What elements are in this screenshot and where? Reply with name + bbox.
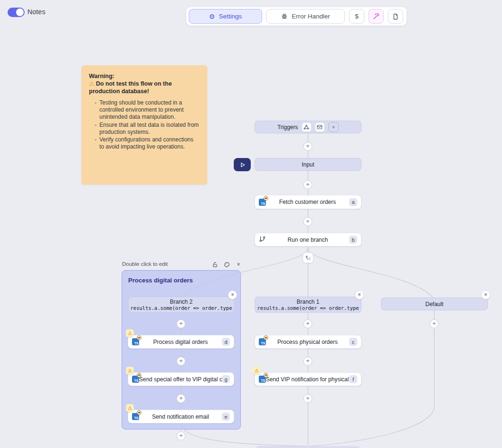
insert-step-button[interactable]: + [303,319,312,328]
step-node-a[interactable]: TS Fetch customer orders a [255,195,361,209]
run-flow-button[interactable] [234,158,251,171]
step-id-badge: e [222,413,230,421]
webhook-trigger-icon[interactable] [302,123,311,132]
email-trigger-icon[interactable] [315,123,325,132]
step-warning-icon: ⚠ [253,367,261,375]
step-node-e[interactable]: TS Send notification email e [128,410,234,423]
add-trigger-button[interactable]: + [328,122,339,132]
branch1-close-button[interactable]: × [355,290,364,299]
group-edit-hint: Double click to edit [122,261,168,267]
step-label: Send VIP notification for physical... [266,376,349,383]
document-icon [392,13,399,20]
insert-step-button[interactable]: + [303,180,312,189]
ai-wand-button[interactable] [369,9,384,24]
default-branch-node[interactable]: Default [381,298,488,310]
insert-step-button[interactable]: + [430,319,439,328]
bun-runtime-icon [137,373,141,378]
typescript-icon: TS [132,413,139,420]
step-label: Send special offer to VIP digital c... [139,376,222,383]
branch-group-box[interactable] [122,270,241,430]
insert-step-button[interactable]: + [176,431,185,440]
insert-step-button[interactable]: + [303,357,312,366]
toggle-knob [16,9,24,16]
note-title: Warning: [89,72,200,80]
palette-icon[interactable] [223,261,230,268]
step-id-badge: d [222,338,230,346]
group-close-icon[interactable]: × [235,261,242,268]
settings-button[interactable]: ⚙ Settings [189,9,262,24]
step-label: Process physical orders [266,339,349,345]
error-handler-button[interactable]: Error Handler [266,9,345,24]
insert-step-button[interactable]: + [303,394,312,403]
typescript-icon: TS [259,338,266,345]
step-warning-icon: ⚠ [126,329,134,337]
group-title: Process digital orders [128,277,193,284]
bun-runtime-icon [264,335,268,340]
flow-toolbar: ⚙ Settings Error Handler $ [186,7,407,26]
bug-icon [281,13,288,20]
step-id-badge: f [349,375,357,383]
insert-step-button[interactable]: + [303,142,312,151]
triggers-node[interactable]: Triggers + [255,121,361,133]
step-warning-icon: ⚠ [126,404,134,412]
branch1-node[interactable]: Branch 1 results.a.some(order => order.t… [255,297,361,313]
typescript-icon: TS [132,376,139,383]
input-node[interactable]: Input [255,158,361,171]
note-alert: ⚠ Do not test this flow on the productio… [89,80,200,95]
step-node-b[interactable]: Run one branch b [255,233,361,246]
step-label: Process digital orders [139,339,222,345]
branch2-condition: results.a.some(order => order.type [131,305,232,311]
cost-button[interactable]: $ [349,9,364,24]
step-id-badge: b [349,236,357,244]
warning-icon: ⚠ [89,80,94,87]
insert-step-button[interactable]: + [176,319,185,328]
branch1-condition: results.a.some(order => order.type [257,305,359,311]
sticky-note[interactable]: Warning: ⚠ Do not test this flow on the … [81,65,207,184]
note-bullet: -Testing should be conducted in a contro… [95,99,200,121]
magic-wand-icon [373,13,380,20]
bun-runtime-icon [137,410,141,415]
notes-toggle-label: Notes [27,8,45,16]
note-bullet: -Verify configurations and connections t… [95,136,200,150]
step-id-badge: g [222,375,230,383]
input-node-label: Input [302,161,315,168]
triggers-label: Triggers [277,124,298,131]
step-node-c[interactable]: TS Process physical orders c [255,335,361,349]
step-label: Run one branch [266,237,349,243]
step-warning-icon: ⚠ [126,367,134,375]
default-branch-label: Default [425,301,443,307]
note-bullet: -Ensure that all test data is isolated f… [95,122,200,136]
notes-toggle[interactable] [8,8,25,17]
typescript-icon: TS [259,199,266,206]
document-button[interactable] [388,9,403,24]
group-toolbar: × [211,261,242,268]
unlock-icon[interactable] [211,261,218,268]
step-node-g[interactable]: TS Send special offer to VIP digital c..… [128,372,234,386]
step-node-f[interactable]: TS Send VIP notification for physical...… [255,372,361,386]
insert-step-button[interactable]: + [176,394,185,403]
branch2-label: Branch 2 [170,299,193,305]
step-label: Send notification email [139,413,222,420]
settings-button-label: Settings [219,13,242,20]
bun-runtime-icon [264,373,268,378]
step-id-badge: c [349,338,357,346]
step-id-badge: a [349,198,357,206]
typescript-icon: TS [132,338,139,345]
flow-canvas[interactable]: Notes ⚙ Settings Error Handler $ War [0,0,502,448]
step-label: Fetch customer orders [266,199,349,205]
insert-step-button[interactable]: + [176,357,185,366]
gear-icon: ⚙ [209,13,215,20]
error-handler-button-label: Error Handler [291,13,330,20]
connector-wires [0,0,502,448]
branch-one-icon [259,236,266,244]
branch2-close-button[interactable]: × [228,290,237,299]
insert-step-button[interactable]: + [303,217,312,226]
step-node-d[interactable]: TS Process digital orders d [128,335,234,349]
merge-node-partial[interactable] [255,446,361,448]
branch2-node[interactable]: Branch 2 results.a.some(order => order.t… [128,297,234,313]
branch-split-icon[interactable] [303,253,313,263]
branch1-label: Branch 1 [297,299,319,305]
default-branch-close-button[interactable]: × [481,290,490,299]
dollar-icon: $ [355,13,359,20]
bun-runtime-icon [264,196,268,201]
